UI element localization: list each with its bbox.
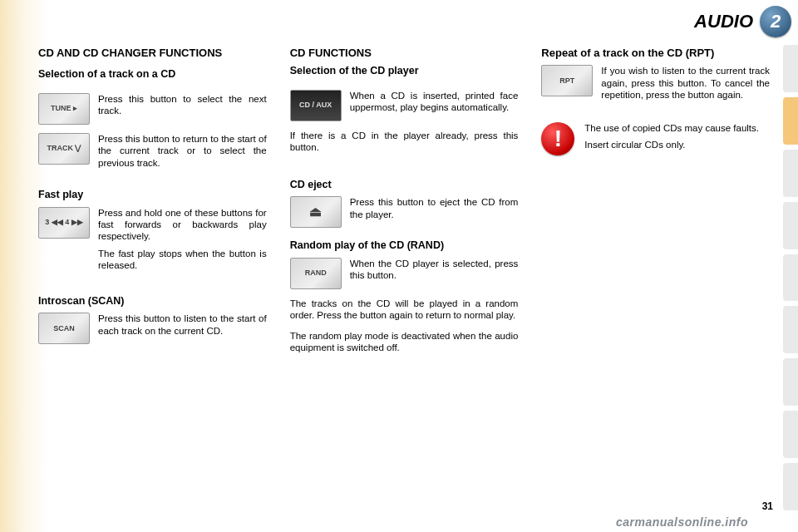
instruction-text: If you wish to listen to the current tra… <box>601 65 770 101</box>
chapter-badge: 2 <box>760 6 791 37</box>
section-heading-repeat: Repeat of a track on the CD (RPT) <box>541 47 770 60</box>
column-3: Repeat of a track on the CD (RPT) RPT If… <box>541 47 770 512</box>
instruction-block: TRACK ⋁ Press this button to return to t… <box>38 133 267 169</box>
instruction-block: CD / AUX When a CD is inserted, printed … <box>290 90 519 121</box>
instruction-para: Press and hold one of these buttons for … <box>98 207 267 243</box>
button-photo-cdaux: CD / AUX <box>290 90 342 121</box>
section-heading-random: Random play of the CD (RAND) <box>290 239 519 253</box>
instruction-text: Press this button to return to the start… <box>98 133 267 169</box>
button-photo-tune: TUNE ▸ <box>38 93 90 125</box>
button-photo-rand: RAND <box>290 258 342 289</box>
warning-line: Insert circular CDs only. <box>584 139 770 152</box>
button-photo-rpt: RPT <box>541 65 593 96</box>
instruction-text: When the CD player is selected, press th… <box>350 258 519 282</box>
instruction-block: RPT If you wish to listen to the current… <box>541 65 770 101</box>
side-tab <box>783 306 798 353</box>
button-photo-track: TRACK ⋁ <box>38 133 90 165</box>
instruction-para: If there is a CD in the player already, … <box>290 130 519 154</box>
watermark: carmanualsonline.info <box>616 515 748 529</box>
section-heading-cdplayer-select: Selection of the CD player <box>290 65 519 78</box>
page-header: AUDIO 2 <box>0 5 798 38</box>
side-tab <box>783 254 798 302</box>
content-columns: CD AND CD CHANGER FUNCTIONS Selection of… <box>38 47 770 512</box>
instruction-block: RAND When the CD player is selected, pre… <box>290 258 519 289</box>
section-heading-fast-play: Fast play <box>38 189 267 202</box>
section-heading-track-select: Selection of a track on a CD <box>38 68 267 81</box>
instruction-para: The tracks on the CD will be played in a… <box>290 298 519 322</box>
side-tab <box>783 150 798 197</box>
instruction-text: Press this button to listen to the start… <box>98 313 267 337</box>
column-2: CD FUNCTIONS Selection of the CD player … <box>290 47 519 512</box>
side-tab <box>783 45 798 92</box>
instruction-text: When a CD is inserted, printed face uppe… <box>350 90 519 114</box>
instruction-text: Press this button to select the next tra… <box>98 93 267 117</box>
col1-heading: CD AND CD CHANGER FUNCTIONS <box>38 47 267 60</box>
button-photo-scan: SCAN <box>38 313 90 344</box>
side-tab-strip <box>783 45 798 510</box>
section-heading-introscan: Introscan (SCAN) <box>38 295 267 308</box>
warning-line: The use of copied CDs may cause faults. <box>584 122 770 135</box>
side-tab <box>783 358 798 406</box>
header-title: AUDIO <box>694 11 753 32</box>
warning-text: The use of copied CDs may cause faults. … <box>584 122 770 155</box>
column-1: CD AND CD CHANGER FUNCTIONS Selection of… <box>38 47 267 512</box>
warning-box: ! The use of copied CDs may cause faults… <box>541 122 770 155</box>
instruction-block: 3 ◀◀ 4 ▶▶ Press and hold one of these bu… <box>38 207 267 272</box>
button-photo-eject: ⏏ <box>290 196 342 228</box>
page: AUDIO 2 CD AND CD CHANGER FUNCTIONS Sele… <box>0 0 798 532</box>
instruction-para: The fast play stops when the button is r… <box>98 248 267 272</box>
instruction-text: Press and hold one of these buttons for … <box>98 207 267 272</box>
section-heading-cd-eject: CD eject <box>290 179 519 192</box>
instruction-para: The random play mode is deactivated when… <box>290 330 519 354</box>
side-tab <box>783 463 798 510</box>
side-tab-active <box>783 97 798 145</box>
col2-heading: CD FUNCTIONS <box>290 47 519 60</box>
instruction-block: TUNE ▸ Press this button to select the n… <box>38 93 267 125</box>
side-tab <box>783 202 798 249</box>
side-tab <box>783 411 798 458</box>
warning-icon: ! <box>541 122 574 155</box>
instruction-text: Press this button to eject the CD from t… <box>350 196 519 220</box>
instruction-block: ⏏ Press this button to eject the CD from… <box>290 196 519 228</box>
instruction-block: SCAN Press this button to listen to the … <box>38 313 267 344</box>
button-photo-fastplay: 3 ◀◀ 4 ▶▶ <box>38 207 90 239</box>
page-number: 31 <box>762 500 773 512</box>
